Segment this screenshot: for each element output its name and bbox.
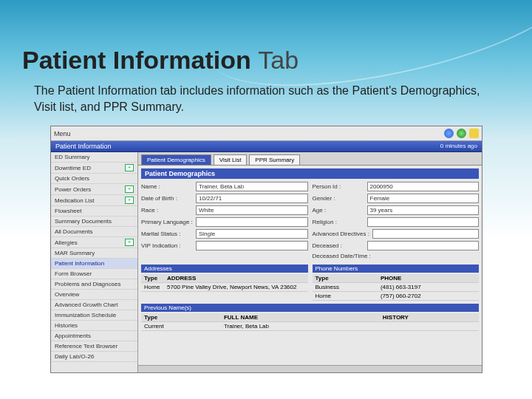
sidebar-item[interactable]: Quick Orders: [51, 174, 137, 184]
section-header: Patient Demographics: [141, 168, 479, 179]
sidebar-item-label: Medication List: [55, 197, 94, 204]
sidebar-item[interactable]: Power Orders+: [51, 184, 137, 195]
age-label: Age :: [313, 207, 364, 214]
table-row[interactable]: CurrentTrainer, Beta Lab: [141, 322, 479, 331]
sidebar-item[interactable]: Histories: [51, 321, 137, 331]
language-label: Primary Language :: [141, 219, 193, 225]
application-window: Menu Patient Information 0 minutes ago E…: [50, 126, 482, 373]
title-main: Patient Information: [22, 46, 251, 74]
sidebar-item[interactable]: Advanced Growth Chart: [51, 300, 137, 310]
sidebar-item-label: Advanced Growth Chart: [55, 301, 117, 308]
sidebar-item[interactable]: ED Summary: [51, 152, 137, 163]
add-icon[interactable]: +: [125, 185, 134, 193]
religion-field[interactable]: [367, 217, 480, 227]
sidebar-item[interactable]: Flowsheet: [51, 206, 137, 216]
sidebar-item[interactable]: Medication List+: [51, 195, 137, 206]
module-title: Patient Information: [55, 143, 112, 150]
sidebar-item-label: Quick Orders: [55, 175, 89, 182]
sidebar-item[interactable]: All Documents: [51, 227, 137, 237]
marital-label: Marital Status :: [141, 231, 193, 237]
slide-description: The Patient Information tab includes inf…: [34, 83, 495, 115]
main-panel: Patient DemographicsVisit ListPPR Summar…: [138, 152, 482, 372]
prev-col-history[interactable]: HISTORY: [380, 313, 479, 322]
phone-col-number[interactable]: PHONE: [378, 274, 479, 283]
tab-strip: Patient DemographicsVisit ListPPR Summar…: [138, 152, 482, 165]
table-row[interactable]: Home(757) 060-2702: [313, 292, 480, 301]
sidebar-item-label: Daily Lab/O-26: [55, 353, 94, 360]
add-icon[interactable]: +: [125, 197, 134, 204]
sidebar-item-label: All Documents: [55, 228, 93, 235]
table-row[interactable]: Home5700 Pine Valley Drive, Newport News…: [141, 283, 308, 292]
person-id-field[interactable]: 2000950: [367, 182, 480, 191]
sidebar-item-label: ED Summary: [55, 154, 90, 160]
sidebar-item-label: Power Orders: [55, 186, 91, 193]
tab[interactable]: Patient Demographics: [141, 154, 211, 165]
sidebar-item[interactable]: Appointments: [51, 331, 137, 341]
slide-title: Patient Information Tab: [22, 46, 299, 75]
advdir-field[interactable]: [372, 229, 479, 239]
tab[interactable]: Visit List: [214, 154, 248, 165]
sidebar-item[interactable]: Reference Text Browser: [51, 341, 137, 352]
vip-field[interactable]: [196, 241, 308, 250]
sidebar-item[interactable]: MAR Summary: [51, 248, 137, 259]
prev-col-name[interactable]: FULL NAME: [221, 313, 380, 322]
sidebar-item[interactable]: Downtime ED+: [51, 163, 137, 174]
sidebar-item-label: Patient Information: [55, 260, 104, 267]
prevnames-table: Type FULL NAME HISTORY CurrentTrainer, B…: [141, 313, 479, 331]
sidebar-item[interactable]: Summary Documents: [51, 216, 137, 227]
sidebar-item-label: Form Browser: [55, 270, 92, 277]
navigator-sidebar[interactable]: ED SummaryDowntime ED+Quick OrdersPower …: [51, 152, 138, 372]
prevnames-header: Previous Name(s): [141, 304, 479, 312]
addr-col-type[interactable]: Type: [141, 274, 164, 283]
sidebar-item[interactable]: Overview: [51, 290, 137, 300]
name-field[interactable]: Trainer, Beta Lab: [196, 182, 308, 191]
home-icon[interactable]: [444, 129, 454, 138]
add-icon[interactable]: +: [125, 164, 134, 171]
dob-field[interactable]: 10/22/71: [196, 194, 308, 203]
advdir-label: Advanced Directives :: [313, 231, 369, 237]
sidebar-item[interactable]: Form Browser: [51, 269, 137, 279]
gender-label: Gender :: [313, 195, 364, 202]
add-icon[interactable]: +: [125, 239, 134, 246]
sidebar-item-label: Summary Documents: [55, 218, 112, 225]
person-id-label: Person Id :: [313, 183, 364, 190]
title-suffix: Tab: [258, 46, 299, 74]
sidebar-item[interactable]: Problems and Diagnoses: [51, 279, 137, 290]
sidebar-item-label: Allergies: [55, 239, 78, 246]
race-label: Race :: [141, 207, 193, 214]
sidebar-item-label: Overview: [55, 291, 79, 298]
module-titlebar: Patient Information 0 minutes ago: [51, 141, 482, 152]
toolbar: Menu: [51, 126, 482, 141]
age-field[interactable]: 39 years: [367, 205, 480, 215]
addresses-header: Addresses: [141, 265, 308, 273]
refresh-icon[interactable]: [457, 129, 466, 138]
sidebar-item-label: Problems and Diagnoses: [55, 281, 120, 287]
prev-col-type[interactable]: Type: [141, 313, 221, 322]
demographics-panel: Patient Demographics Name :Trainer, Beta…: [138, 165, 482, 365]
language-field[interactable]: [196, 217, 308, 227]
addr-col-address[interactable]: ADDRESS: [164, 274, 307, 283]
menu-label[interactable]: Menu: [54, 130, 71, 137]
tab[interactable]: PPR Summary: [249, 154, 300, 165]
dob-label: Date of Birth :: [141, 195, 193, 202]
sidebar-item-label: Reference Text Browser: [55, 343, 117, 349]
sidebar-item-label: Appointments: [55, 332, 91, 339]
sidebar-item-label: Downtime ED: [55, 165, 91, 171]
deceased-field[interactable]: [367, 241, 480, 250]
table-row[interactable]: Business(481) 663-3197: [313, 283, 480, 292]
sidebar-item-label: Flowsheet: [55, 208, 81, 214]
sidebar-item-label: Histories: [55, 322, 78, 329]
marital-field[interactable]: Single: [196, 229, 308, 239]
phone-col-type[interactable]: Type: [313, 274, 378, 283]
deceased-date-label: Deceased Date/Time :: [313, 253, 394, 259]
last-refreshed: 0 minutes ago: [440, 143, 477, 149]
sidebar-item[interactable]: Immunization Schedule: [51, 310, 137, 321]
race-field[interactable]: White: [196, 205, 308, 215]
horizontal-scrollbar[interactable]: [138, 365, 482, 372]
sidebar-item[interactable]: Allergies+: [51, 237, 137, 248]
sidebar-item[interactable]: Patient Information: [51, 259, 137, 269]
sidebar-item[interactable]: Daily Lab/O-26: [51, 352, 137, 362]
favorite-icon[interactable]: [469, 129, 479, 138]
gender-field[interactable]: Female: [367, 194, 480, 203]
sidebar-item-label: MAR Summary: [55, 250, 95, 256]
